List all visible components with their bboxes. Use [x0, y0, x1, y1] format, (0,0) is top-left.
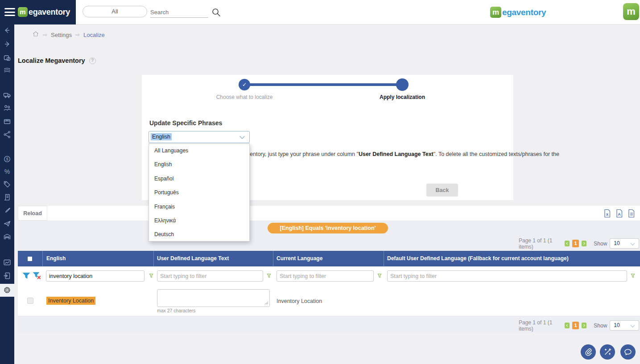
language-select[interactable]: English	[149, 131, 250, 143]
clear-filter-icon[interactable]	[33, 272, 41, 281]
language-option-francais[interactable]: Français	[149, 200, 249, 214]
filter-input-english[interactable]	[46, 270, 145, 282]
sidebar-item-settings[interactable]	[3, 286, 12, 294]
breadcrumb-localize[interactable]: Localize	[83, 32, 105, 38]
next-page-button[interactable]	[582, 241, 586, 246]
language-dropdown-menu: All Languages English Español Português …	[149, 143, 250, 241]
filter-mini-icon[interactable]	[377, 273, 382, 281]
back-button[interactable]: Back	[426, 184, 458, 196]
paperclip-icon	[584, 348, 593, 356]
prev-page-button[interactable]	[565, 323, 570, 328]
language-option-deutsch[interactable]: Deutsch	[149, 228, 249, 241]
language-option-all[interactable]: All Languages	[149, 144, 249, 158]
export-pdf-icon[interactable]: A	[615, 209, 623, 220]
sidebar-item-shipping[interactable]	[3, 90, 12, 99]
pagination-top: Page 1 of 1 (1 items) 1 Show 10	[519, 238, 639, 249]
filter-input-user-defined[interactable]	[157, 270, 263, 282]
language-option-english[interactable]: English	[149, 158, 249, 172]
logo-cube-large-icon[interactable]: m	[623, 3, 639, 20]
sidebar-item-back[interactable]	[3, 26, 12, 35]
cell-english-highlighted: Inventory Location	[46, 297, 95, 305]
sidebar-item-locations[interactable]	[3, 232, 12, 241]
search-icon[interactable]	[211, 8, 221, 19]
apply-filter-icon[interactable]	[22, 272, 30, 281]
sidebar-item-pricing[interactable]	[3, 180, 12, 188]
chevron-down-icon	[630, 243, 635, 246]
sidebar-item-integrations[interactable]	[3, 130, 12, 139]
sidebar-item-reports[interactable]	[3, 258, 12, 267]
help-icon[interactable]: ?	[89, 57, 96, 64]
page-size-select[interactable]: 10	[610, 238, 639, 249]
export-excel-icon[interactable]: x	[603, 209, 611, 220]
logo-left[interactable]: megaventory	[18, 7, 70, 17]
logo-center: megaventory	[490, 7, 546, 18]
magic-wand-button[interactable]	[600, 344, 615, 360]
active-filter-chip[interactable]: [English] Equals 'inventory location'	[268, 223, 388, 233]
column-header-default-language[interactable]: Default User Defined Language (Fallback …	[387, 251, 569, 266]
breadcrumb-settings[interactable]: Settings	[51, 32, 72, 38]
sidebar-item-forward[interactable]	[3, 40, 12, 49]
sidebar-item-warehouse[interactable]	[3, 53, 12, 62]
section-heading: Update Specific Phrases	[149, 119, 222, 127]
language-option-espanol[interactable]: Español	[149, 172, 249, 186]
send-icon	[3, 219, 12, 228]
filter-mini-icon[interactable]	[267, 273, 271, 281]
svg-text:$: $	[6, 157, 8, 161]
contacts-icon	[3, 103, 12, 112]
column-header-user-defined[interactable]: User Defined Language Text	[157, 251, 229, 266]
user-defined-text-input[interactable]	[157, 289, 270, 307]
package-icon	[3, 117, 12, 126]
step-current-icon[interactable]	[396, 78, 409, 91]
sidebar-item-contacts[interactable]	[3, 103, 12, 112]
column-header-current-language[interactable]: Current Language	[277, 251, 322, 266]
filter-input-default-language[interactable]	[387, 270, 627, 282]
filter-mini-icon[interactable]	[631, 273, 635, 281]
resize-handle-icon[interactable]	[265, 301, 268, 305]
language-option-greek[interactable]: Ελληνικά	[149, 214, 249, 228]
page-number-button[interactable]: 1	[572, 240, 579, 247]
breadcrumb-arrow-icon: ⇨	[75, 32, 80, 38]
step-done-icon[interactable]: ✓	[239, 79, 250, 90]
chat-bubble-icon	[623, 348, 632, 356]
filter-mini-icon[interactable]	[149, 273, 153, 281]
page-title: Localize Megaventory	[18, 57, 85, 64]
sidebar-item-discounts[interactable]: %	[3, 167, 12, 176]
export-csv-icon[interactable]	[628, 209, 636, 220]
sidebar-item-stock[interactable]	[3, 66, 12, 75]
home-icon[interactable]	[32, 30, 39, 39]
filter-input-current-language[interactable]	[277, 270, 374, 282]
sidebar-nav: $ %	[0, 25, 14, 364]
page-number-button[interactable]: 1	[572, 322, 579, 329]
pagination-bottom: Page 1 of 1 (1 items) 1 Show 10	[519, 320, 639, 331]
column-header-english[interactable]: English	[46, 251, 66, 266]
chat-button[interactable]	[620, 344, 636, 360]
search-scope-dropdown[interactable]: All	[83, 6, 147, 17]
reports-chart-icon	[3, 258, 12, 267]
sidebar-item-documents[interactable]	[3, 271, 12, 280]
logo-cube-icon: m	[490, 7, 501, 18]
attachment-button[interactable]	[581, 344, 596, 360]
next-page-button[interactable]	[582, 323, 586, 328]
sidebar-item-sales[interactable]: $	[3, 155, 12, 164]
sidebar-item-campaigns[interactable]	[3, 219, 12, 228]
sidebar-item-orders[interactable]	[3, 193, 12, 202]
select-all-checkbox[interactable]	[28, 257, 32, 261]
reload-button[interactable]: Reload	[18, 206, 47, 221]
orders-scroll-icon	[3, 193, 12, 202]
integrations-icon	[3, 130, 12, 139]
svg-text:x: x	[606, 212, 608, 217]
language-select-value: English	[151, 133, 172, 140]
topbar: megaventory All megaventory m	[0, 0, 640, 25]
search-input[interactable]	[150, 7, 208, 18]
column-divider	[273, 251, 273, 266]
row-checkbox[interactable]	[27, 298, 33, 304]
page-size-select[interactable]: 10	[610, 320, 639, 331]
language-option-portugues[interactable]: Português	[149, 186, 249, 200]
topbar-brand-area: megaventory	[0, 0, 76, 25]
column-divider	[153, 251, 154, 266]
hamburger-menu-icon[interactable]	[4, 8, 15, 16]
truck-icon	[3, 90, 12, 99]
sidebar-item-customize[interactable]	[3, 206, 12, 215]
sidebar-item-products[interactable]	[3, 117, 12, 126]
prev-page-button[interactable]	[565, 241, 570, 246]
